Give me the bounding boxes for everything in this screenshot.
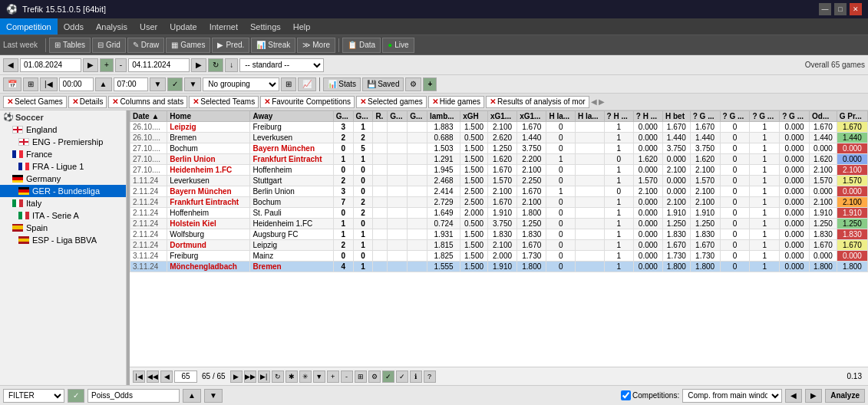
time-down-btn[interactable]: ▼ <box>150 77 167 91</box>
col-g2[interactable]: G... <box>353 111 373 122</box>
col-xg1[interactable]: xG1... <box>487 111 517 122</box>
menu-odds[interactable]: Odds <box>58 18 90 35</box>
filter-dropdown[interactable]: FILTER <box>3 389 64 403</box>
maximize-button[interactable]: □ <box>834 3 847 15</box>
menu-settings[interactable]: Settings <box>244 18 287 35</box>
comp-arrow-right-btn[interactable]: ▶ <box>805 389 822 403</box>
live-button[interactable]: ● Live <box>382 38 414 53</box>
table-row[interactable]: 3.11.24 Freiburg Mainz 0 0 1.825 1.500 2… <box>130 251 868 262</box>
calendar-btn[interactable]: 📅 <box>3 77 21 91</box>
chart-btn[interactable]: 📈 <box>298 77 316 91</box>
sidebar-item-england[interactable]: England <box>0 123 126 136</box>
table-row[interactable]: 2.11.24 Holstein Kiel Heidenheim 1.FC 1 … <box>130 219 868 229</box>
pag-last[interactable]: ▶| <box>258 370 270 383</box>
table-row[interactable]: 1.11.24 Leverkusen Stuttgart 2 0 2.468 1… <box>130 176 868 186</box>
date-to-nav-btn[interactable]: ▶ <box>191 58 206 72</box>
add-date-btn[interactable]: + <box>100 58 114 72</box>
tag-selected-games[interactable]: ✕ Selected games <box>356 96 427 108</box>
tag-x-results-analysis[interactable]: ✕ <box>490 97 496 106</box>
col-hla1[interactable]: H la... <box>546 111 576 122</box>
filter-ok-button[interactable]: ✓ <box>68 389 84 403</box>
col-date[interactable]: Date ▲ <box>130 111 167 122</box>
tag-scroll-right[interactable]: ▶ <box>599 97 605 106</box>
pag-prev[interactable]: ◀ <box>160 370 173 383</box>
data-button[interactable]: 📋 Data <box>342 38 381 53</box>
time-from-input[interactable] <box>59 77 94 91</box>
col-away[interactable]: Away <box>250 111 333 122</box>
col-hbet[interactable]: H bet <box>662 111 690 122</box>
add-btn[interactable]: + <box>423 77 437 91</box>
tag-details[interactable]: ✕ Details <box>68 96 107 108</box>
competitions-checkbox[interactable] <box>621 390 631 400</box>
sidebar-item-ita-seriea[interactable]: ITA - Serie A <box>0 209 126 222</box>
col-home[interactable]: Home <box>167 111 250 122</box>
apply-time-btn[interactable]: ✓ <box>167 77 183 91</box>
pag-help[interactable]: ? <box>424 370 436 383</box>
pag-check[interactable]: ✓ <box>396 370 408 383</box>
pag-unmark-all[interactable]: ✳ <box>299 370 312 383</box>
time-to-input[interactable] <box>114 77 148 91</box>
col-h2[interactable]: ? H ... <box>633 111 662 122</box>
table-row[interactable]: 27.10.... Berlin Union Frankfurt Eintrac… <box>130 154 868 165</box>
minus-date-btn[interactable]: - <box>115 58 127 72</box>
saved-btn[interactable]: 💾 Saved <box>362 77 404 91</box>
pag-expand[interactable]: ⊞ <box>355 370 367 383</box>
table-row[interactable]: 27.10.... Bochum Bayern München 0 5 1.50… <box>130 143 868 154</box>
pag-next[interactable]: ▶ <box>230 370 243 383</box>
tag-x-fav-competitions[interactable]: ✕ <box>264 97 270 106</box>
sidebar-item-ger-bundesliga[interactable]: GER - Bundesliga <box>0 185 126 197</box>
filter-options-btn[interactable]: ▼ <box>184 77 201 91</box>
date-from-input[interactable] <box>20 58 81 72</box>
sidebar-item-esp-liga[interactable]: ESP - Liga BBVA <box>0 234 126 246</box>
pag-filter[interactable]: ▼ <box>313 370 325 383</box>
table-row[interactable]: 2.11.24 Frankfurt Eintracht Bochum 7 2 2… <box>130 197 868 208</box>
menu-competition[interactable]: Competition <box>0 18 58 35</box>
col-h1[interactable]: ? H ... <box>604 111 633 122</box>
table-row[interactable]: 3.11.24 Mönchengladbach Bremen 4 1 1.555… <box>130 262 868 272</box>
pag-zoom-in[interactable]: + <box>327 370 339 383</box>
tag-hide-games[interactable]: ✕ Hide games <box>428 96 484 108</box>
tables-button[interactable]: ⊞ Tables <box>49 38 91 53</box>
col-pg1[interactable]: ? G ... <box>690 111 720 122</box>
prev-match-btn[interactable]: |◀ <box>40 77 58 91</box>
tag-x-selected-teams[interactable]: ✕ <box>193 97 199 106</box>
comp-from-window-select[interactable]: Comp. from main window <box>682 389 782 403</box>
tag-scroll-left[interactable]: ◀ <box>591 97 597 106</box>
col-gpr[interactable]: G Pr... <box>837 111 867 122</box>
sidebar-item-eng-prem[interactable]: ENG - Premiership <box>0 136 126 148</box>
tag-select-games[interactable]: ✕ Select Games <box>3 96 67 108</box>
more-button[interactable]: ≫ More <box>297 38 335 53</box>
col-xgh[interactable]: xGH <box>460 111 488 122</box>
standard-select[interactable]: -- standard -- <box>239 58 324 72</box>
col-od[interactable]: Od... <box>810 111 837 122</box>
filter-up-btn[interactable]: ▲ <box>183 389 201 403</box>
columns-btn[interactable]: ⊞ <box>23 77 38 91</box>
pag-info[interactable]: ℹ <box>410 370 422 383</box>
col-pg3[interactable]: ? G ... <box>750 111 780 122</box>
pred-button[interactable]: ▶ Pred. <box>212 38 249 53</box>
stats-btn[interactable]: 📊 Stats <box>323 77 361 91</box>
pag-count-input[interactable] <box>174 370 197 383</box>
filter-value-input[interactable] <box>87 389 180 403</box>
tag-x-columns-stats[interactable]: ✕ <box>112 97 118 106</box>
streak-button[interactable]: 📊 Streak <box>251 38 295 53</box>
settings-btn[interactable]: ⚙ <box>405 77 421 91</box>
col-xg2[interactable]: xG1... <box>517 111 546 122</box>
filter-down-btn[interactable]: ▼ <box>204 389 223 403</box>
pag-settings[interactable]: ⚙ <box>368 370 381 383</box>
col-gx2[interactable]: G... <box>408 111 427 122</box>
col-hla2[interactable]: H la... <box>575 111 604 122</box>
col-pg2[interactable]: ? G ... <box>720 111 750 122</box>
comp-arrow-left-btn[interactable]: ◀ <box>785 389 802 403</box>
grouping-options-btn[interactable]: ⊞ <box>281 77 296 91</box>
grouping-select[interactable]: No grouping <box>203 77 279 91</box>
sidebar-item-france[interactable]: France <box>0 148 126 160</box>
export-btn[interactable]: ↓ <box>225 58 238 72</box>
tag-x-details[interactable]: ✕ <box>72 97 78 106</box>
col-pg4[interactable]: ? G ... <box>780 111 810 122</box>
grid-button[interactable]: ⊟ Grid <box>92 38 126 53</box>
sidebar-item-spain[interactable]: Spain <box>0 222 126 234</box>
pag-reload[interactable]: ↻ <box>272 370 284 383</box>
sidebar-item-fra-ligue1[interactable]: FRA - Ligue 1 <box>0 160 126 173</box>
nav-left-button[interactable]: ◀ <box>3 58 18 72</box>
